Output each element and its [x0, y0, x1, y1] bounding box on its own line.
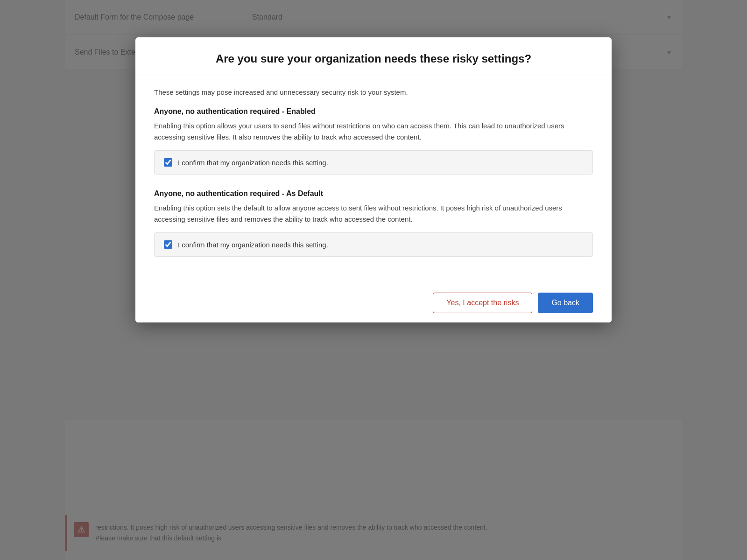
confirm-checkbox-default[interactable]	[164, 240, 172, 249]
modal-footer: Yes, I accept the risks Go back	[135, 283, 612, 322]
setting-section-enabled: Anyone, no authentication required - Ena…	[154, 107, 593, 175]
modal-title: Are you sure your organization needs the…	[154, 52, 593, 65]
confirm-label-default[interactable]: I confirm that my organization needs thi…	[178, 241, 328, 249]
confirm-box-enabled: I confirm that my organization needs thi…	[154, 150, 593, 175]
confirm-box-default: I confirm that my organization needs thi…	[154, 232, 593, 257]
modal-header: Are you sure your organization needs the…	[135, 37, 612, 75]
modal-dialog: Are you sure your organization needs the…	[135, 37, 612, 322]
modal-overlay: Are you sure your organization needs the…	[0, 0, 747, 560]
setting-description-default: Enabling this option sets the default to…	[154, 203, 593, 225]
modal-intro-text: These settings may pose increased and un…	[154, 86, 593, 96]
modal-body: These settings may pose increased and un…	[135, 75, 612, 283]
setting-title-default: Anyone, no authentication required - As …	[154, 189, 593, 198]
confirm-label-enabled[interactable]: I confirm that my organization needs thi…	[178, 159, 328, 167]
accept-risks-button[interactable]: Yes, I accept the risks	[433, 293, 532, 313]
setting-section-default: Anyone, no authentication required - As …	[154, 189, 593, 257]
confirm-checkbox-enabled[interactable]	[164, 158, 172, 167]
setting-title-enabled: Anyone, no authentication required - Ena…	[154, 107, 593, 116]
setting-description-enabled: Enabling this option allows your users t…	[154, 120, 593, 143]
go-back-button[interactable]: Go back	[538, 293, 593, 313]
